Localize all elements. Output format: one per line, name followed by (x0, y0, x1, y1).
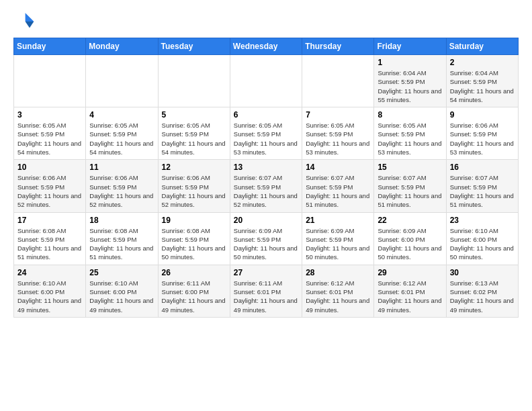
calendar-cell: 12Sunrise: 6:06 AMSunset: 5:59 PMDayligh… (158, 160, 230, 212)
day-info: Sunrise: 6:06 AMSunset: 5:59 PMDaylight:… (162, 173, 226, 209)
day-info: Sunrise: 6:12 AMSunset: 6:01 PMDaylight:… (306, 279, 370, 314)
calendar-cell: 19Sunrise: 6:08 AMSunset: 5:59 PMDayligh… (158, 212, 230, 265)
calendar-cell: 17Sunrise: 6:08 AMSunset: 5:59 PMDayligh… (14, 212, 86, 265)
svg-marker-0 (26, 13, 34, 21)
day-number: 1 (378, 58, 442, 67)
day-number: 23 (450, 216, 515, 225)
col-friday: Friday (374, 38, 446, 55)
day-number: 18 (89, 216, 154, 225)
calendar-cell (302, 55, 374, 107)
day-number: 22 (378, 216, 442, 225)
day-info: Sunrise: 6:09 AMSunset: 5:59 PMDaylight:… (306, 226, 370, 262)
day-number: 20 (234, 216, 298, 225)
day-number: 13 (234, 163, 298, 172)
header (13, 11, 519, 32)
calendar-cell: 10Sunrise: 6:06 AMSunset: 5:59 PMDayligh… (14, 160, 86, 212)
day-info: Sunrise: 6:05 AMSunset: 5:59 PMDaylight:… (89, 121, 154, 156)
day-info: Sunrise: 6:12 AMSunset: 6:01 PMDaylight:… (378, 279, 442, 314)
calendar-cell: 30Sunrise: 6:13 AMSunset: 6:02 PMDayligh… (446, 265, 518, 317)
logo-icon (13, 11, 35, 32)
calendar-week-1: 1Sunrise: 6:04 AMSunset: 5:59 PMDaylight… (14, 55, 519, 107)
calendar-cell: 21Sunrise: 6:09 AMSunset: 5:59 PMDayligh… (302, 212, 374, 265)
calendar-cell: 22Sunrise: 6:09 AMSunset: 6:00 PMDayligh… (374, 212, 446, 265)
day-info: Sunrise: 6:07 AMSunset: 5:59 PMDaylight:… (306, 173, 370, 209)
day-number: 29 (378, 268, 442, 277)
day-number: 9 (450, 110, 515, 120)
logo (13, 11, 38, 32)
svg-rect-2 (15, 13, 24, 28)
day-number: 7 (306, 110, 370, 120)
day-info: Sunrise: 6:06 AMSunset: 5:59 PMDaylight:… (17, 173, 82, 209)
day-info: Sunrise: 6:09 AMSunset: 6:00 PMDaylight:… (378, 226, 442, 262)
calendar-cell (86, 55, 158, 107)
day-info: Sunrise: 6:07 AMSunset: 5:59 PMDaylight:… (450, 173, 515, 209)
calendar-cell: 18Sunrise: 6:08 AMSunset: 5:59 PMDayligh… (86, 212, 158, 265)
day-info: Sunrise: 6:06 AMSunset: 5:59 PMDaylight:… (89, 173, 154, 209)
col-tuesday: Tuesday (158, 38, 230, 55)
calendar-cell: 14Sunrise: 6:07 AMSunset: 5:59 PMDayligh… (302, 160, 374, 212)
day-number: 12 (162, 163, 226, 172)
calendar-table: Sunday Monday Tuesday Wednesday Thursday… (13, 38, 519, 318)
calendar-week-3: 10Sunrise: 6:06 AMSunset: 5:59 PMDayligh… (14, 160, 519, 212)
col-wednesday: Wednesday (230, 38, 302, 55)
day-number: 16 (450, 163, 515, 172)
calendar-cell: 8Sunrise: 6:05 AMSunset: 5:59 PMDaylight… (374, 107, 446, 160)
day-number: 27 (234, 268, 298, 277)
col-thursday: Thursday (302, 38, 374, 55)
day-info: Sunrise: 6:05 AMSunset: 5:59 PMDaylight:… (378, 121, 442, 156)
day-info: Sunrise: 6:05 AMSunset: 5:59 PMDaylight:… (234, 121, 298, 156)
day-info: Sunrise: 6:05 AMSunset: 5:59 PMDaylight:… (17, 121, 82, 156)
calendar-cell: 23Sunrise: 6:10 AMSunset: 6:00 PMDayligh… (446, 212, 518, 265)
day-info: Sunrise: 6:11 AMSunset: 6:00 PMDaylight:… (162, 279, 226, 314)
calendar-cell: 28Sunrise: 6:12 AMSunset: 6:01 PMDayligh… (302, 265, 374, 317)
day-number: 15 (378, 163, 442, 172)
page: Sunday Monday Tuesday Wednesday Thursday… (0, 0, 532, 411)
day-info: Sunrise: 6:07 AMSunset: 5:59 PMDaylight:… (234, 173, 298, 209)
day-info: Sunrise: 6:07 AMSunset: 5:59 PMDaylight:… (378, 173, 442, 209)
day-info: Sunrise: 6:06 AMSunset: 5:59 PMDaylight:… (450, 121, 515, 156)
calendar-cell: 25Sunrise: 6:10 AMSunset: 6:00 PMDayligh… (86, 265, 158, 317)
day-info: Sunrise: 6:08 AMSunset: 5:59 PMDaylight:… (89, 226, 154, 262)
calendar-cell: 2Sunrise: 6:04 AMSunset: 5:59 PMDaylight… (446, 55, 518, 107)
day-number: 3 (17, 110, 82, 120)
calendar-cell: 15Sunrise: 6:07 AMSunset: 5:59 PMDayligh… (374, 160, 446, 212)
day-info: Sunrise: 6:08 AMSunset: 5:59 PMDaylight:… (162, 226, 226, 262)
day-info: Sunrise: 6:08 AMSunset: 5:59 PMDaylight:… (17, 226, 82, 262)
day-info: Sunrise: 6:10 AMSunset: 6:00 PMDaylight:… (17, 279, 82, 314)
day-number: 24 (17, 268, 82, 277)
day-info: Sunrise: 6:11 AMSunset: 6:01 PMDaylight:… (234, 279, 298, 314)
calendar-cell: 20Sunrise: 6:09 AMSunset: 5:59 PMDayligh… (230, 212, 302, 265)
day-number: 30 (450, 268, 515, 277)
calendar-header-row: Sunday Monday Tuesday Wednesday Thursday… (14, 38, 519, 55)
calendar-cell: 26Sunrise: 6:11 AMSunset: 6:00 PMDayligh… (158, 265, 230, 317)
calendar-cell: 5Sunrise: 6:05 AMSunset: 5:59 PMDaylight… (158, 107, 230, 160)
day-number: 21 (306, 216, 370, 225)
day-number: 17 (17, 216, 82, 225)
calendar-cell: 16Sunrise: 6:07 AMSunset: 5:59 PMDayligh… (446, 160, 518, 212)
calendar-cell: 4Sunrise: 6:05 AMSunset: 5:59 PMDaylight… (86, 107, 158, 160)
day-info: Sunrise: 6:05 AMSunset: 5:59 PMDaylight:… (162, 121, 226, 156)
calendar-cell: 29Sunrise: 6:12 AMSunset: 6:01 PMDayligh… (374, 265, 446, 317)
day-number: 11 (89, 163, 154, 172)
day-info: Sunrise: 6:04 AMSunset: 5:59 PMDaylight:… (378, 68, 442, 104)
calendar-cell (230, 55, 302, 107)
col-sunday: Sunday (14, 38, 86, 55)
calendar-week-2: 3Sunrise: 6:05 AMSunset: 5:59 PMDaylight… (14, 107, 519, 160)
calendar-cell: 1Sunrise: 6:04 AMSunset: 5:59 PMDaylight… (374, 55, 446, 107)
day-number: 14 (306, 163, 370, 172)
day-number: 4 (89, 110, 154, 120)
day-number: 19 (162, 216, 226, 225)
calendar-cell: 27Sunrise: 6:11 AMSunset: 6:01 PMDayligh… (230, 265, 302, 317)
calendar-week-5: 24Sunrise: 6:10 AMSunset: 6:00 PMDayligh… (14, 265, 519, 317)
day-number: 26 (162, 268, 226, 277)
col-monday: Monday (86, 38, 158, 55)
calendar-cell: 3Sunrise: 6:05 AMSunset: 5:59 PMDaylight… (14, 107, 86, 160)
day-info: Sunrise: 6:04 AMSunset: 5:59 PMDaylight:… (450, 68, 515, 104)
day-number: 6 (234, 110, 298, 120)
day-info: Sunrise: 6:13 AMSunset: 6:02 PMDaylight:… (450, 279, 515, 314)
day-info: Sunrise: 6:10 AMSunset: 6:00 PMDaylight:… (450, 226, 515, 262)
day-info: Sunrise: 6:09 AMSunset: 5:59 PMDaylight:… (234, 226, 298, 262)
calendar-week-4: 17Sunrise: 6:08 AMSunset: 5:59 PMDayligh… (14, 212, 519, 265)
svg-marker-1 (26, 21, 34, 28)
day-number: 8 (378, 110, 442, 120)
